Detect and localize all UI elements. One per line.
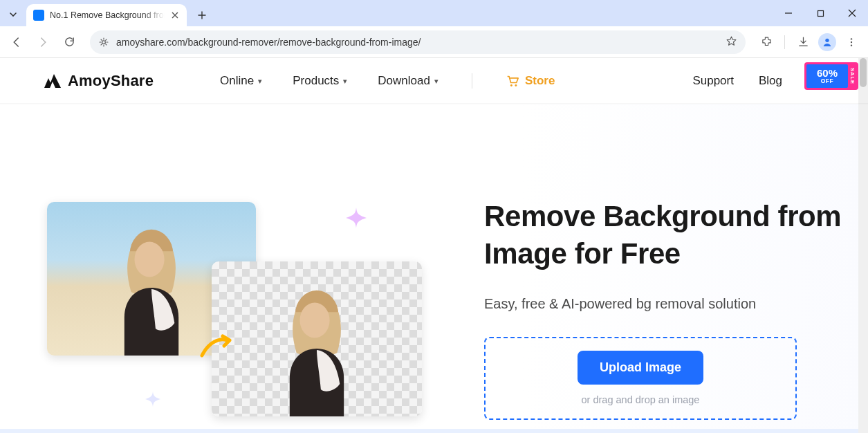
nav-support[interactable]: Support	[692, 74, 734, 88]
brand-logo[interactable]: AmoyShare	[43, 72, 154, 90]
sparkle-icon	[346, 208, 367, 228]
example-after-image	[212, 261, 422, 416]
close-tab-icon[interactable]	[170, 10, 180, 20]
svg-point-6	[510, 84, 513, 86]
sale-badge-inner: 60% OFF	[806, 64, 848, 88]
arrow-icon	[199, 332, 234, 360]
address-bar[interactable]: amoyshare.com/background-remover/remove-…	[90, 30, 746, 54]
svg-point-5	[851, 44, 852, 46]
tab-search-dropdown[interactable]	[4, 6, 22, 24]
nav-online-label: Online	[220, 74, 254, 88]
svg-point-7	[515, 84, 517, 86]
page-subline: Easy, free & AI-powered bg removal solut…	[484, 296, 858, 312]
chrome-menu-icon[interactable]	[840, 31, 862, 53]
svg-point-10	[135, 241, 165, 277]
secondary-nav: Support Blog	[692, 72, 821, 89]
site-header: AmoyShare Online ▾ Products ▾ Download ▾…	[0, 58, 868, 104]
drop-hint-text: or drag and drop an image	[582, 394, 700, 405]
hero-illustration	[0, 104, 443, 433]
nav-store-label: Store	[525, 74, 555, 88]
svg-rect-0	[818, 10, 823, 16]
brand-name: AmoyShare	[68, 72, 154, 90]
sparkle-icon	[145, 391, 160, 407]
nav-products-label: Products	[293, 74, 339, 88]
nav-products[interactable]: Products ▾	[293, 74, 347, 88]
window-controls	[773, 0, 868, 26]
close-window-button[interactable]	[836, 0, 868, 26]
main-nav: Online ▾ Products ▾ Download ▾ Store	[220, 73, 555, 89]
extensions-icon[interactable]	[755, 31, 777, 53]
minimize-button[interactable]	[773, 0, 804, 26]
cart-icon	[506, 75, 519, 87]
svg-point-3	[851, 38, 852, 39]
nav-support-label: Support	[692, 74, 734, 88]
new-tab-button[interactable]	[192, 6, 212, 25]
nav-separator	[472, 73, 472, 89]
svg-point-12	[300, 302, 330, 338]
sale-side-label: SALE	[848, 64, 856, 88]
hero-section: Remove Background from Image for Free Ea…	[0, 104, 868, 433]
hero-content: Remove Background from Image for Free Ea…	[443, 104, 858, 433]
person-silhouette	[268, 284, 365, 416]
nav-blog-label: Blog	[759, 74, 782, 88]
svg-point-2	[825, 38, 829, 42]
url-text: amoyshare.com/background-remover/remove-…	[116, 37, 719, 48]
sale-percent: 60%	[817, 68, 838, 78]
reload-button[interactable]	[58, 31, 80, 53]
profile-avatar[interactable]	[818, 33, 836, 51]
nav-blog[interactable]: Blog	[759, 74, 782, 88]
browser-tab[interactable]: No.1 Remove Background from	[26, 4, 187, 26]
page-footer-edge	[0, 429, 858, 433]
page-viewport: AmoyShare Online ▾ Products ▾ Download ▾…	[0, 58, 868, 433]
back-button[interactable]	[6, 31, 28, 53]
download-icon[interactable]	[792, 31, 814, 53]
chevron-down-icon: ▾	[258, 77, 262, 86]
page-headline: Remove Background from Image for Free	[484, 198, 858, 273]
tab-title: No.1 Remove Background from	[50, 10, 165, 20]
upload-dropzone[interactable]: Upload Image or drag and drop an image	[484, 337, 797, 420]
upload-button[interactable]: Upload Image	[578, 351, 703, 385]
forward-button[interactable]	[32, 31, 54, 53]
nav-store[interactable]: Store	[506, 74, 555, 88]
svg-point-1	[102, 40, 106, 44]
bookmark-star-icon[interactable]	[726, 35, 737, 49]
chevron-down-icon: ▾	[434, 77, 438, 86]
site-info-icon[interactable]	[98, 37, 109, 48]
chevron-down-icon: ▾	[343, 77, 347, 86]
toolbar-separator	[784, 35, 785, 49]
person-silhouette	[103, 223, 200, 356]
nav-download-label: Download	[378, 74, 430, 88]
sale-off: OFF	[821, 78, 834, 84]
sale-badge[interactable]: 60% OFF SALE	[804, 62, 858, 90]
nav-download[interactable]: Download ▾	[378, 74, 438, 88]
maximize-button[interactable]	[804, 0, 836, 26]
browser-tabbar: No.1 Remove Background from	[0, 0, 868, 26]
svg-point-4	[851, 41, 852, 42]
tab-favicon	[33, 10, 44, 21]
nav-online[interactable]: Online ▾	[220, 74, 262, 88]
scrollbar[interactable]	[858, 58, 868, 433]
brand-mark-icon	[43, 73, 62, 89]
browser-toolbar: amoyshare.com/background-remover/remove-…	[0, 26, 868, 58]
